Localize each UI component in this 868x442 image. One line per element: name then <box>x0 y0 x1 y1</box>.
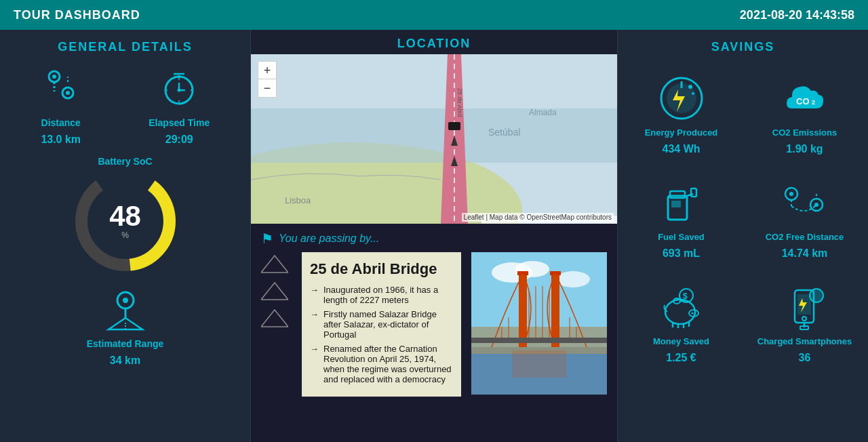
battery-section: Battery SoC 48 % <box>71 156 180 275</box>
fuel-icon <box>658 179 705 226</box>
poi-fact-2: Firstly named Salazar Bridge after Salaz… <box>310 309 453 340</box>
smartphones-icon <box>781 283 829 331</box>
svg-text:Almada: Almada <box>529 108 557 117</box>
battery-label: Battery SoC <box>98 156 152 167</box>
smartphones-label: Charged Smartphones <box>757 336 852 346</box>
map-zoom-controls[interactable]: + − <box>258 61 277 98</box>
fuel-label: Fuel Saved <box>658 232 705 242</box>
svg-rect-25 <box>251 169 420 224</box>
svg-rect-58 <box>471 338 607 343</box>
svg-point-4 <box>66 91 70 95</box>
energy-label: Energy Produced <box>645 127 718 138</box>
svg-point-64 <box>688 85 692 89</box>
co2free-value: 14.74 km <box>782 247 828 260</box>
svg-rect-71 <box>691 188 696 197</box>
svg-text:CO: CO <box>796 96 810 106</box>
money-value: 1.25 € <box>666 352 696 364</box>
timer-icon <box>159 64 199 112</box>
savings-smartphones: Charged Smartphones 36 <box>748 277 861 371</box>
svg-rect-26 <box>251 108 617 163</box>
svg-marker-38 <box>261 283 288 300</box>
elapsed-time-block: Elapsed Time 29:09 <box>149 64 210 146</box>
app-title: TOUR DASHBOARD <box>14 8 140 22</box>
elapsed-time-label: Elapsed Time <box>149 117 210 128</box>
distance-value: 13.0 km <box>41 134 81 146</box>
svg-point-81 <box>691 313 693 315</box>
general-title: GENERAL DETAILS <box>58 40 192 54</box>
distance-icon <box>41 64 81 112</box>
savings-grid: Energy Produced 434 Wh CO 2 CO2 Emission… <box>625 68 861 371</box>
svg-point-65 <box>692 92 694 95</box>
energy-icon <box>658 75 705 122</box>
range-value: 34 km <box>110 355 140 367</box>
svg-rect-96 <box>800 326 808 329</box>
map-svg: Setúbal Almada Lisboa 25 de Abril <box>251 54 617 224</box>
distance-block: Distance 13.0 km <box>41 64 81 146</box>
svg-text:$: $ <box>683 292 688 301</box>
battery-value-display: 48 % <box>109 202 141 240</box>
mountain-icon-1 <box>261 252 288 276</box>
poi-header: ⚑ You are passing by... <box>261 230 607 247</box>
zoom-in-button[interactable]: + <box>258 62 276 79</box>
mountain-icon-2 <box>261 279 288 303</box>
co2-label: CO2 Emissions <box>772 127 837 138</box>
svg-marker-39 <box>261 310 288 327</box>
poi-fact-1: Inaugurated on 1966, it has a length of … <box>310 285 453 305</box>
location-panel: LOCATION Setúbal <box>251 30 617 442</box>
svg-rect-59 <box>512 350 566 378</box>
svg-text:Setúbal: Setúbal <box>488 127 520 138</box>
svg-point-93 <box>802 317 806 321</box>
savings-energy: Energy Produced 434 Wh <box>625 68 738 162</box>
poi-decorations <box>261 252 292 397</box>
svg-point-11 <box>178 89 181 92</box>
svg-rect-47 <box>551 273 559 347</box>
savings-fuel: Fuel Saved 693 mL <box>625 172 738 266</box>
poi-flag-icon: ⚑ <box>261 230 273 247</box>
svg-text:Lisboa: Lisboa <box>285 195 311 205</box>
savings-title: SAVINGS <box>711 40 775 54</box>
svg-point-74 <box>789 192 793 196</box>
location-title: LOCATION <box>251 30 617 54</box>
poi-content: 25 de Abril Bridge Inaugurated on 1966, … <box>261 252 607 397</box>
general-top-stats: Distance 13.0 km Elap <box>7 64 243 146</box>
datetime: 2021-08-20 14:43:58 <box>740 8 854 22</box>
svg-marker-37 <box>261 256 288 273</box>
svg-point-19 <box>123 298 128 303</box>
co2free-label: CO2 Free Distance <box>766 232 844 242</box>
svg-text:25 de Abril: 25 de Abril <box>456 88 463 117</box>
energy-value: 434 Wh <box>662 143 700 155</box>
co2-icon: CO 2 <box>781 75 829 122</box>
mountain-icon-3 <box>261 306 288 330</box>
smartphones-value: 36 <box>799 352 811 364</box>
svg-text:2: 2 <box>812 99 815 106</box>
bridge-photo <box>471 252 607 395</box>
svg-line-70 <box>687 194 693 196</box>
savings-co2: CO 2 CO2 Emissions 1.90 kg <box>748 68 861 162</box>
money-label: Money Saved <box>653 336 709 346</box>
poi-section: ⚑ You are passing by... 25 de Abril Brid… <box>251 224 617 442</box>
bridge-svg <box>471 252 607 395</box>
co2free-icon <box>781 179 829 226</box>
distance-label: Distance <box>41 117 81 128</box>
savings-co2free: CO2 Free Distance 14.74 km <box>748 172 861 266</box>
svg-point-82 <box>694 313 696 315</box>
elapsed-time-value: 29:09 <box>165 134 193 146</box>
money-icon: $ <box>658 283 705 331</box>
range-section: Estimated Range 34 km <box>87 285 164 367</box>
main-content: GENERAL DETAILS Distance 13.0 km <box>0 30 868 442</box>
map-attribution: Leaflet | Map data © OpenStreetMap contr… <box>462 213 614 222</box>
battery-number: 48 <box>109 202 141 230</box>
poi-fact-3: Renamed after the Carnation Revolution o… <box>310 344 453 384</box>
map-container: Setúbal Almada Lisboa 25 de Abril + − Le… <box>251 54 617 224</box>
savings-panel: SAVINGS Energy Produced 434 Wh <box>617 30 868 442</box>
co2-value: 1.90 kg <box>786 143 823 155</box>
fuel-value: 693 mL <box>663 247 700 260</box>
svg-rect-31 <box>448 122 460 130</box>
battery-gauge: 48 % <box>71 167 180 275</box>
zoom-out-button[interactable]: − <box>258 79 276 97</box>
range-label: Estimated Range <box>87 338 164 349</box>
header: TOUR DASHBOARD 2021-08-20 14:43:58 <box>0 0 868 30</box>
savings-money: $ Money Saved 1.25 € <box>625 277 738 371</box>
poi-name: 25 de Abril Bridge <box>310 260 453 278</box>
svg-rect-46 <box>519 273 527 347</box>
